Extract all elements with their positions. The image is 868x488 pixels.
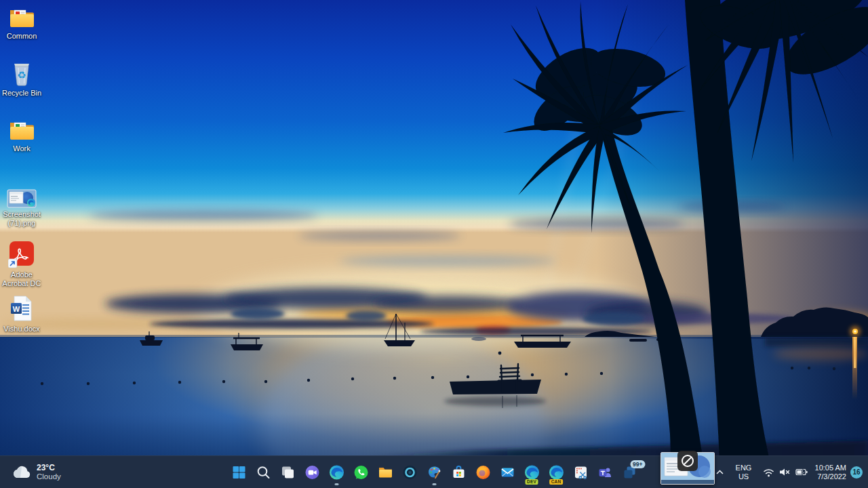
meet-now-button[interactable] bbox=[301, 459, 323, 486]
edge-canary-icon bbox=[548, 464, 564, 481]
firefox-button[interactable] bbox=[472, 459, 494, 486]
time-text: 10:05 AM bbox=[815, 464, 846, 472]
volume-muted-icon bbox=[779, 468, 791, 476]
wifi-icon bbox=[763, 468, 774, 477]
edge-button[interactable] bbox=[326, 459, 348, 486]
mail-envelope-icon bbox=[499, 464, 515, 481]
unread-count-badge: 99+ bbox=[630, 460, 645, 468]
teams-chat-button[interactable]: 99+ bbox=[618, 459, 641, 486]
whatsapp-button[interactable] bbox=[350, 459, 372, 486]
paint-button[interactable] bbox=[423, 459, 446, 486]
canary-badge: CAN bbox=[549, 479, 564, 485]
cortana-ring-icon bbox=[401, 464, 418, 481]
quick-settings-button[interactable] bbox=[759, 459, 812, 486]
start-button[interactable] bbox=[228, 459, 250, 486]
cloud-icon bbox=[12, 466, 31, 479]
language-line2: US bbox=[732, 472, 756, 481]
cortana-button[interactable] bbox=[399, 459, 421, 486]
desktop-icon-recycle-bin[interactable]: ♻ Recycle Bin bbox=[0, 58, 46, 98]
word-document-icon: W bbox=[9, 296, 34, 323]
language-line1: ENG bbox=[732, 464, 756, 472]
snipping-tool-button[interactable] bbox=[570, 459, 592, 486]
desktop-icon-label: Recycle Bin bbox=[2, 89, 41, 98]
paint-palette-icon bbox=[426, 464, 442, 481]
store-bag-icon bbox=[450, 464, 467, 481]
folder-icon bbox=[377, 464, 393, 481]
svg-text:♻: ♻ bbox=[17, 69, 26, 81]
running-indicator bbox=[334, 483, 338, 485]
acrobat-icon bbox=[8, 241, 35, 268]
taskbar-center-icons: DEV CAN 99+ bbox=[228, 456, 641, 488]
chevron-up-icon bbox=[716, 470, 724, 474]
language-switcher[interactable]: ENG US bbox=[732, 464, 756, 481]
file-explorer-button[interactable] bbox=[374, 459, 397, 486]
folder-icon bbox=[7, 5, 36, 30]
desktop-screen: Common ♻ Recycle Bin Work bbox=[0, 0, 868, 488]
desktop-icon-screenshot[interactable]: Screenshot(71).png bbox=[0, 189, 46, 227]
windows-logo-icon bbox=[231, 464, 247, 481]
notification-count-badge[interactable]: 16 bbox=[850, 466, 863, 479]
desktop-icon-label: Common bbox=[7, 32, 37, 41]
system-tray: ENG US bbox=[711, 456, 865, 488]
firefox-icon bbox=[475, 464, 491, 481]
drag-preview-thumbnail[interactable] bbox=[660, 452, 715, 485]
search-button[interactable] bbox=[252, 459, 275, 486]
teams-icon bbox=[597, 464, 613, 481]
image-thumbnail-icon bbox=[7, 189, 37, 208]
desktop-icon-label: Work bbox=[13, 144, 30, 153]
folder-icon bbox=[7, 118, 36, 142]
video-camera-icon bbox=[304, 464, 320, 481]
desktop-icon-acrobat[interactable]: AdobeAcrobat DC bbox=[0, 241, 46, 287]
teams-button[interactable] bbox=[594, 459, 616, 486]
task-view-icon bbox=[279, 464, 296, 481]
battery-charging-icon bbox=[795, 468, 808, 476]
weather-condition: Cloudy bbox=[37, 472, 61, 481]
search-icon bbox=[255, 464, 271, 481]
desktop-icon-vishu-docx[interactable]: W Vishu.docx bbox=[0, 296, 46, 333]
weather-temperature: 23°C bbox=[37, 463, 61, 472]
running-indicator bbox=[432, 483, 436, 485]
edge-canary-button[interactable]: CAN bbox=[545, 459, 568, 486]
weather-widget[interactable]: 23°C Cloudy bbox=[7, 456, 66, 488]
clock[interactable]: 10:05 AM 7/3/2022 bbox=[815, 464, 846, 481]
scissors-icon bbox=[572, 464, 589, 481]
shortcut-arrow-icon bbox=[8, 259, 17, 268]
date-text: 7/3/2022 bbox=[815, 472, 846, 481]
desktop-icon-common[interactable]: Common bbox=[0, 5, 46, 41]
desktop-icon-work[interactable]: Work bbox=[0, 118, 46, 153]
desktop-icon-label: Vishu.docx bbox=[3, 325, 40, 333]
desktop-icon-label: Screenshot(71).png bbox=[3, 210, 41, 227]
edge-dev-button[interactable]: DEV bbox=[521, 459, 543, 486]
recycle-bin-icon: ♻ bbox=[9, 58, 35, 87]
edge-dev-icon bbox=[524, 464, 540, 481]
no-drop-cursor-icon bbox=[677, 451, 698, 471]
microsoft-store-button[interactable] bbox=[448, 459, 470, 486]
taskbar: 23°C Cloudy DEV CAN 99+ bbox=[0, 455, 868, 488]
edge-icon bbox=[328, 464, 344, 481]
task-view-button[interactable] bbox=[277, 459, 299, 486]
whatsapp-icon bbox=[353, 464, 369, 481]
mail-button[interactable] bbox=[496, 459, 519, 486]
dev-badge: DEV bbox=[525, 479, 538, 485]
wallpaper bbox=[0, 0, 868, 488]
svg-text:W: W bbox=[13, 305, 20, 313]
desktop-icon-label: AdobeAcrobat DC bbox=[3, 270, 41, 287]
